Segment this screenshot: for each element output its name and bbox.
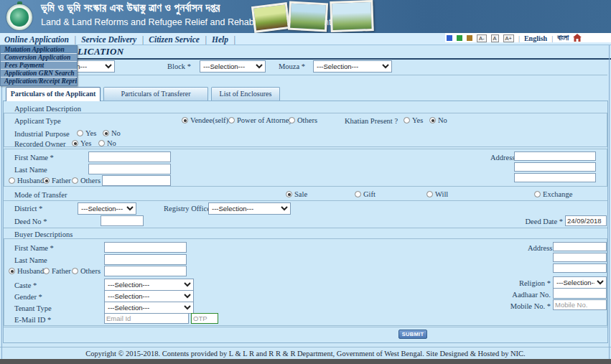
buyer-relation-husband-radio[interactable]: Husband [9,267,44,275]
page-left-border [1,45,2,359]
online-application-dropdown: Mutation Application Conversion Applicat… [0,45,78,86]
lang-english-link[interactable]: English [524,34,547,42]
applicant-relation-name-input[interactable] [102,175,171,186]
email-label: E-Mail ID * [14,316,51,324]
dropdown-item-application-grn-search[interactable]: Application GRN Search [1,70,77,78]
applicant-relation-others-radio[interactable]: Others [72,177,101,185]
radio-icon [98,140,105,146]
applicant-type-poa-radio[interactable]: Power of Attorney [228,116,293,124]
radio-label: Gift [363,190,376,198]
main-menu: Online Application | Service Delivery | … [4,34,235,45]
submit-button[interactable]: SUBMIT [398,330,427,339]
theme-green-button[interactable] [457,35,462,41]
radio-label: Husband [17,267,44,275]
mode-will-radio[interactable]: Will [426,190,448,198]
khatian-no-radio[interactable]: No [429,116,447,124]
dropdown-item-mutation-application[interactable]: Mutation Application [1,46,77,54]
buyer-address-line3-input[interactable] [553,263,607,273]
applicant-last-name-label: Last Name [14,166,47,174]
deed-no-input[interactable] [101,215,144,226]
buyer-first-name-input[interactable] [104,242,187,253]
menu-citizen-service[interactable]: Citizen Service [149,35,200,44]
mutation-application-page: ভূমি ও ভূমি সংস্কার এবং উদ্বাস্তু ত্রাণ … [0,0,611,364]
theme-brown-button[interactable] [467,35,472,41]
buyer-last-name-input[interactable] [104,254,187,265]
otp-input[interactable] [191,313,218,324]
khatian-yes-radio[interactable]: Yes [404,116,423,124]
heading-underline [0,58,611,60]
email-input[interactable] [104,313,189,324]
radio-icon [72,177,78,184]
menu-help[interactable]: Help [212,35,228,44]
radio-icon [72,140,78,146]
radio-label: Exchange [543,190,572,198]
controls-separator: | [518,34,520,42]
mode-gift-radio[interactable]: Gift [355,190,376,198]
mode-sale-radio[interactable]: Sale [286,190,307,198]
applicant-first-name-input[interactable] [88,151,171,162]
applicant-last-name-input[interactable] [88,164,171,174]
font-increase-button[interactable]: A+ [503,34,514,42]
registry-office-select[interactable]: ---Selection--- [208,202,291,215]
lang-bengali-link[interactable]: বাংলা [557,34,569,42]
tenant-type-select[interactable]: ---Selection--- [104,302,194,314]
buyer-relation-name-input[interactable] [104,266,187,276]
radio-label: Father [52,177,71,185]
transfer-district-select[interactable]: ---Selection--- [78,202,136,215]
footer-bottom-bar [0,359,611,364]
applicant-type-vendee-radio[interactable]: Vendee(self) [182,116,228,124]
radio-icon [534,191,541,197]
radio-label: Will [435,190,448,198]
buyer-address-line2-input[interactable] [553,253,607,262]
logo-emblem [10,8,29,27]
industrial-yes-radio[interactable]: Yes [77,129,96,137]
dropdown-item-conversion-application[interactable]: Conversion Application [1,54,77,62]
buyer-relation-father-radio[interactable]: Father [43,267,71,275]
logo-ring [6,4,32,30]
applicant-address-line3-input[interactable] [514,173,596,182]
font-decrease-button[interactable]: A- [477,34,487,42]
gender-select[interactable]: ---Selection--- [104,290,194,302]
buyer-address-label: Address* [528,244,556,252]
buyer-last-name-label: Last Name [14,256,47,264]
religion-select[interactable]: ---Selection--- [553,276,607,289]
block-select[interactable]: ---Selection--- [200,60,266,73]
tab-particulars-of-transferer[interactable]: Particulars of Transferer [103,87,208,101]
radio-icon [43,177,50,184]
radio-label: Yes [85,129,96,137]
dropdown-item-application-receipt-reprint[interactable]: Application/Receipt Reprint [1,78,77,85]
deed-date-input[interactable] [565,215,607,226]
menu-service-delivery[interactable]: Service Delivery [81,35,136,44]
religion-label: Religion * [511,279,551,287]
tab-particulars-of-applicant[interactable]: Particulars of the Applicant [6,87,101,101]
tenant-type-label: Tenant Type [14,304,52,312]
home-icon[interactable] [573,34,582,43]
mode-exchange-radio[interactable]: Exchange [534,190,572,198]
applicant-relation-father-radio[interactable]: Father [43,177,71,185]
buyer-relation-others-radio[interactable]: Others [72,267,101,275]
industrial-no-radio[interactable]: No [103,129,121,137]
tab-list-of-enclosures[interactable]: List of Enclosures [211,87,280,101]
deed-no-label: Deed No * [14,218,47,225]
radio-label: Yes [80,139,91,147]
menu-online-application[interactable]: Online Application [4,35,69,44]
gender-label: Gender * [14,293,42,301]
block-label: Block * [167,62,191,70]
applicant-address-line2-input[interactable] [514,162,596,172]
dropdown-item-fees-payment[interactable]: Fees Payment [1,62,77,70]
recorded-no-radio[interactable]: No [98,139,116,147]
radio-icon [355,191,361,197]
radio-icon [286,191,292,197]
mobile-input[interactable] [553,299,607,310]
aadhaar-input[interactable] [553,288,607,299]
theme-blue-button[interactable] [447,35,452,41]
caste-select[interactable]: ---Selection--- [104,279,194,291]
mouza-select[interactable]: ---Selection--- [313,60,392,73]
applicant-relation-husband-radio[interactable]: Husband [9,177,44,185]
buyer-address-line1-input[interactable] [553,242,607,251]
applicant-type-others-radio[interactable]: Others [289,116,317,124]
radio-label: No [438,116,447,124]
recorded-yes-radio[interactable]: Yes [72,139,91,147]
applicant-address-line1-input[interactable] [514,151,596,161]
font-default-button[interactable]: A [491,34,499,42]
